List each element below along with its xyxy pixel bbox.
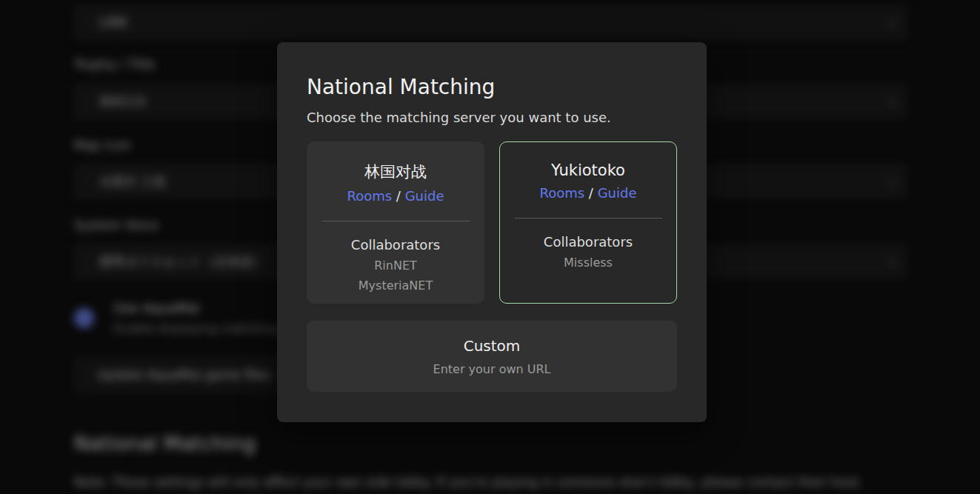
guide-link[interactable]: Guide: [598, 185, 637, 201]
server-name: Yukiotoko: [500, 161, 676, 179]
rooms-link[interactable]: Rooms: [347, 188, 392, 204]
collaborator-name: MysteriaNET: [307, 278, 484, 293]
server-card-linguo[interactable]: 林国对战 Rooms / Guide Collaborators RinNET …: [307, 141, 484, 304]
dialog-title: National Matching: [307, 75, 677, 100]
card-divider: [322, 221, 470, 221]
app-window: LINK › Trophy / Title WACCA › Map icon 大…: [0, 0, 980, 494]
server-links: Rooms / Guide: [500, 185, 676, 201]
card-divider: [515, 218, 662, 218]
dialog-subtitle: Choose the matching server you want to u…: [307, 110, 677, 125]
links-separator: /: [396, 188, 401, 204]
collaborators-title: Collaborators: [307, 237, 484, 253]
guide-link[interactable]: Guide: [405, 188, 444, 204]
collaborator-name: Missless: [500, 256, 676, 270]
server-card-yukiotoko[interactable]: Yukiotoko Rooms / Guide Collaborators Mi…: [499, 141, 677, 304]
custom-card-title: Custom: [307, 321, 677, 355]
custom-card-subtitle: Enter your own URL: [307, 362, 677, 376]
rooms-link[interactable]: Rooms: [539, 185, 584, 201]
server-options-row: 林国对战 Rooms / Guide Collaborators RinNET …: [307, 141, 677, 304]
collaborator-name: RinNET: [307, 258, 484, 273]
collaborators-title: Collaborators: [500, 234, 676, 250]
custom-server-card[interactable]: Custom Enter your own URL: [307, 321, 677, 392]
server-name: 林国对战: [307, 161, 484, 182]
national-matching-dialog: National Matching Choose the matching se…: [277, 42, 707, 422]
links-separator: /: [589, 185, 593, 201]
server-links: Rooms / Guide: [307, 188, 484, 204]
